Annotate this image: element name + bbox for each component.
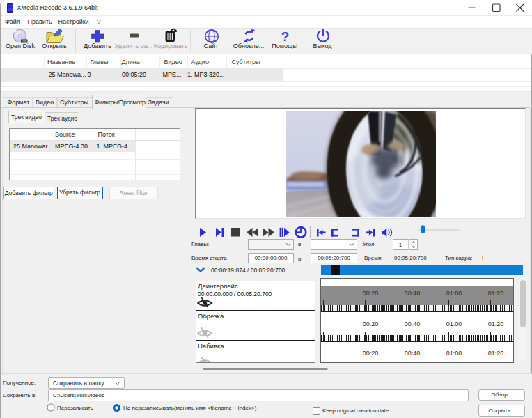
svg-text:?: ? xyxy=(281,29,290,44)
